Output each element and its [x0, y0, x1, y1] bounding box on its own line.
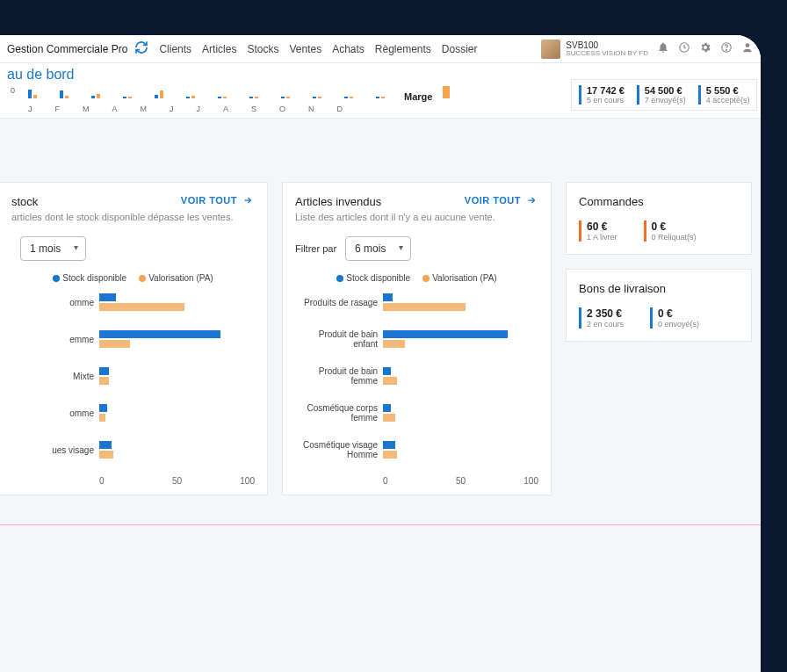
- menu-ventes[interactable]: Ventes: [289, 43, 321, 55]
- menu-stocks[interactable]: Stocks: [247, 43, 278, 55]
- kpi-value: 5 550 €: [706, 85, 750, 96]
- user-icon[interactable]: [741, 41, 754, 56]
- kpi-sub: 0 envoyé(s): [658, 320, 699, 329]
- bar-stock: [99, 330, 220, 338]
- kpi-strip: 17 742 € 5 en cours 54 500 € 7 envoyé(s)…: [571, 79, 757, 111]
- axis-tick: 0: [99, 476, 151, 486]
- bar-label: Produits de rasage: [295, 298, 383, 307]
- bar-valorisation: [383, 414, 395, 422]
- filter-label: Filtrer par: [295, 243, 336, 254]
- bar-stock: [99, 367, 109, 375]
- axis-tick: 50: [435, 476, 487, 486]
- user-block[interactable]: SVB100 SUCCESS VISION BY FD: [541, 40, 648, 59]
- chart-row: Produit de bain enfant: [295, 329, 538, 350]
- bar-label: omme: [11, 408, 99, 418]
- axis-tick: 0: [383, 476, 435, 486]
- bar-stock: [99, 404, 107, 412]
- bar-valorisation: [99, 377, 109, 385]
- menu-reglements[interactable]: Règlements: [375, 43, 431, 55]
- kpi-sub: 2 en cours: [587, 320, 624, 329]
- bar-label: Cosmétique corps femme: [295, 403, 383, 423]
- month-label: D: [337, 105, 343, 113]
- kpi-value: 0 €: [658, 307, 699, 320]
- period-select[interactable]: 1 mois: [20, 236, 86, 261]
- kpi-item: 54 500 € 7 envoyé(s): [637, 85, 686, 105]
- menu-dossier[interactable]: Dossier: [442, 43, 478, 55]
- stock-chart: ommeemmeMixteommeues visage: [11, 292, 255, 460]
- select-value: 1 mois: [30, 242, 61, 255]
- clock-icon[interactable]: [678, 41, 690, 56]
- kpi-value: 17 742 €: [587, 85, 625, 96]
- legend-label: Stock disponible: [346, 273, 410, 283]
- axis-tick: 50: [151, 476, 203, 486]
- chart-row: omme: [11, 402, 255, 423]
- month-label: J: [170, 105, 174, 113]
- month-label: A: [112, 105, 118, 113]
- bell-icon[interactable]: [657, 41, 669, 56]
- kpi-sub: 7 envoyé(s): [645, 96, 686, 105]
- card-title: Articles invendus: [295, 195, 381, 208]
- invendus-chart: Produits de rasageProduit de bain enfant…: [295, 292, 538, 460]
- bar-valorisation: [383, 451, 397, 459]
- kpi-value: 60 €: [587, 220, 617, 233]
- kpi-sub: 0 Reliquat(s): [652, 233, 697, 242]
- axis-tick: 100: [203, 476, 255, 486]
- menu-clients[interactable]: Clients: [159, 43, 191, 55]
- kpi-item: 2 350 € 2 en cours: [579, 307, 624, 329]
- bar-valorisation: [99, 414, 105, 422]
- main-menu: Clients Articles Stocks Ventes Achats Rè…: [159, 43, 477, 55]
- month-label: J: [28, 105, 32, 113]
- menu-articles[interactable]: Articles: [202, 43, 236, 55]
- bar-valorisation: [99, 340, 130, 348]
- kpi-item: 17 742 € 5 en cours: [579, 85, 625, 105]
- period-select[interactable]: 6 mois: [345, 236, 411, 261]
- month-label: M: [141, 105, 148, 113]
- link-label: VOIR TOUT: [181, 195, 237, 206]
- kpi-item: 0 € 0 envoyé(s): [650, 307, 699, 329]
- bar-label: Mixte: [11, 372, 99, 381]
- chart-row: emme: [11, 329, 255, 350]
- axis-tick: 100: [487, 476, 538, 486]
- link-label: VOIR TOUT: [465, 195, 521, 206]
- month-label: N: [308, 105, 314, 113]
- bar-stock: [99, 293, 116, 301]
- bar-label: emme: [11, 335, 99, 344]
- voir-tout-link[interactable]: VOIR TOUT: [465, 195, 538, 206]
- bar-valorisation: [99, 303, 184, 311]
- bar-stock: [383, 404, 391, 412]
- arrow-right-icon: [524, 195, 538, 206]
- card-commandes: Commandes 60 € 1 A livrer 0 € 0 Reliquat…: [566, 182, 752, 255]
- month-label: A: [223, 105, 228, 113]
- bar-stock: [383, 330, 508, 338]
- divider-line: [0, 524, 761, 525]
- kpi-sub: 4 accepté(s): [706, 96, 750, 105]
- arrow-right-icon: [241, 195, 255, 206]
- user-code: SVB100: [566, 40, 648, 50]
- chart-row: Cosmétique visage Homme: [295, 439, 538, 460]
- chart-legend: Stock disponible Valorisation (PA): [295, 273, 538, 283]
- gear-icon[interactable]: [699, 41, 711, 56]
- bar-stock: [99, 441, 112, 449]
- bar-label: Produit de bain femme: [295, 366, 383, 386]
- bar-valorisation: [383, 377, 397, 385]
- kpi-item: 60 € 1 A livrer: [579, 220, 617, 242]
- spark-zero: 0: [11, 86, 15, 95]
- month-label: F: [55, 105, 61, 113]
- menu-achats[interactable]: Achats: [332, 43, 365, 55]
- chart-row: Produits de rasage: [295, 292, 538, 313]
- voir-tout-link[interactable]: VOIR TOUT: [181, 195, 255, 206]
- help-icon[interactable]: [720, 41, 733, 56]
- user-sub: SUCCESS VISION BY FD: [566, 50, 648, 58]
- month-label: J: [197, 105, 201, 113]
- refresh-icon[interactable]: [134, 40, 148, 57]
- bar-label: ues visage: [11, 445, 99, 455]
- svg-point-2: [726, 49, 727, 50]
- avatar: [541, 40, 560, 59]
- bar-stock: [383, 441, 395, 449]
- card-desc: Liste des articles dont il n'y a eu aucu…: [295, 212, 538, 222]
- side-title: Bons de livraison: [579, 282, 739, 295]
- bar-valorisation: [383, 303, 466, 311]
- chart-row: Mixte: [11, 365, 255, 387]
- svg-point-3: [746, 43, 750, 47]
- bar-label: omme: [11, 298, 99, 307]
